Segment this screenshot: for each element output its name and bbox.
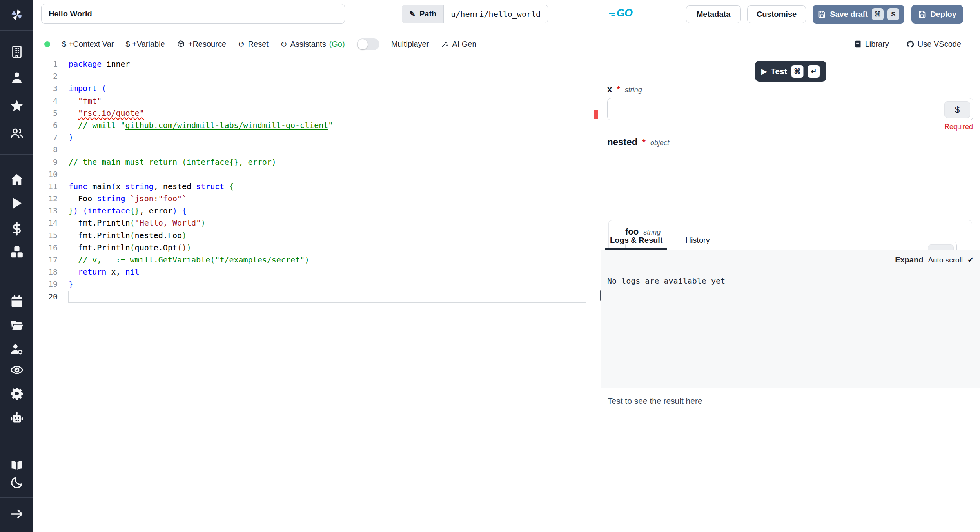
assistants-button[interactable]: ↻ Assistants (Go) [280,40,345,49]
expand-button[interactable]: Expand [895,255,923,264]
line-content: import ( [58,82,106,95]
user-icon [10,71,24,86]
code-line[interactable]: 5 "rsc.io/quote" [33,107,601,119]
ai-gen-button[interactable]: AI Gen [441,40,476,49]
line-number: 1 [33,58,58,70]
code-line[interactable]: 1package inner [33,58,601,70]
line-number: 17 [33,254,58,266]
deploy-button[interactable]: Deploy [911,5,963,24]
sidebar-item-moon[interactable] [0,472,33,494]
line-content: Foo string `json:"foo"` [58,193,187,205]
sidebar-item-building[interactable] [0,42,33,64]
sidebar-item-eye[interactable] [0,360,33,382]
code-line[interactable]: 4 "fmt" [33,95,601,107]
sidebar-item-users[interactable] [0,123,33,145]
code-line[interactable]: 17 // v, _ := wmill.GetVariable("f/examp… [33,254,601,266]
code-line[interactable]: 12 Foo string `json:"foo"` [33,193,601,205]
sidebar-item-arrow-right[interactable] [0,504,33,526]
code-line[interactable]: 3import ( [33,82,601,95]
home-icon [10,173,24,188]
save-icon [918,10,926,18]
add-variable-button[interactable]: $ +Variable [125,40,165,49]
arg-nested-label: nested* object [607,137,669,148]
code-line[interactable]: 19} [33,278,601,290]
code-line[interactable]: 11func main(x string, nested struct { [33,180,601,193]
reset-button[interactable]: ↺ Reset [238,40,269,49]
code-line[interactable]: 9// the main must return (interface{}, e… [33,156,601,168]
editor-scrollbar[interactable] [589,56,601,532]
path-value: u/henri/hello_world [443,5,548,23]
library-label: Library [865,40,889,49]
robot-icon [10,411,24,427]
sidebar-item-play[interactable] [0,193,33,215]
line-number: 20 [33,291,58,303]
code-lines: 1package inner23import (4 "fmt"5 "rsc.io… [33,58,601,303]
code-line[interactable]: 7) [33,131,601,144]
code-line[interactable]: 18 return x, nil [33,266,601,278]
line-content: fmt.Println(quote.Opt()) [58,242,191,254]
line-number: 16 [33,242,58,254]
sidebar-item-user[interactable] [0,67,33,89]
path-group[interactable]: ✎ Path u/henri/hello_world [402,5,548,23]
line-content: fmt.Println(nested.Foo) [58,230,187,242]
sidebar-item-home[interactable] [0,169,33,191]
required-star: * [617,84,620,95]
code-line[interactable]: 15 fmt.Println(nested.Foo) [33,230,601,242]
use-vscode-label: Use VScode [918,40,961,49]
code-line[interactable]: 10 [33,168,601,180]
sidebar-item-calendar[interactable] [0,291,33,313]
sidebar-item-dollar[interactable] [0,219,33,240]
add-resource-label: +Resource [188,40,226,49]
test-row: ▶ Test ⌘ ↵ [601,61,980,82]
ai-gen-label: AI Gen [452,40,476,49]
sidebar-item-windmill[interactable] [0,5,33,27]
tab-logs-result[interactable]: Logs & Result [610,231,662,250]
package-icon [177,40,185,48]
autoscroll-toggle[interactable]: Auto scroll [928,256,963,264]
arg-type: string [625,86,642,94]
test-button-label: Test [771,67,787,76]
code-line[interactable]: 13}) (interface{}, error) { [33,205,601,217]
line-number: 2 [33,70,58,82]
result-tabs: Logs & Result History [601,231,980,250]
tab-history[interactable]: History [685,231,710,250]
test-button[interactable]: ▶ Test ⌘ ↵ [755,61,826,82]
arg-x-input[interactable]: $ [607,98,973,120]
multiplayer-toggle[interactable] [357,38,379,50]
go-logo-text: GO [617,7,632,19]
line-content [58,291,69,303]
library-button[interactable]: Library [854,40,889,49]
sidebar-item-folder[interactable] [0,315,33,337]
metadata-button[interactable]: Metadata [686,5,741,23]
path-button[interactable]: ✎ Path [402,5,443,23]
save-draft-button[interactable]: Save draft ⌘ S [813,5,904,24]
line-number: 13 [33,205,58,217]
indent-guide [73,153,73,189]
play-icon: ▶ [761,67,767,76]
sidebar-item-user-cog[interactable] [0,339,33,361]
line-number: 10 [33,168,58,180]
book-icon [854,40,862,48]
code-line[interactable]: 6 // wmill "github.com/windmill-labs/win… [33,119,601,131]
code-line[interactable]: 16 fmt.Println(quote.Opt()) [33,242,601,254]
add-context-var-button[interactable]: $ +Context Var [62,40,114,49]
use-vscode-button[interactable]: Use VScode [906,40,961,49]
code-line[interactable]: 2 [33,70,601,82]
sidebar-item-robot[interactable] [0,408,33,430]
script-title-input[interactable] [41,4,345,24]
add-resource-button[interactable]: +Resource [177,40,226,49]
code-line[interactable]: 8 [33,144,601,156]
customise-button[interactable]: Customise [747,5,806,23]
sidebar-item-star[interactable] [0,96,33,118]
user-cog-icon [10,342,24,358]
insert-variable-button[interactable]: $ [944,101,970,118]
check-icon[interactable]: ✔ [967,255,974,264]
line-content: } [58,278,73,290]
code-line[interactable]: 14 fmt.Println("Hello, World") [33,217,601,229]
topbar: ✎ Path u/henri/hello_world GO Metadata C… [33,0,980,32]
sidebar-item-gear[interactable] [0,383,33,405]
required-star: * [642,137,646,148]
code-editor[interactable]: 1package inner23import (4 "fmt"5 "rsc.io… [33,56,601,532]
sidebar-item-cubes[interactable] [0,242,33,264]
line-number: 9 [33,156,58,168]
